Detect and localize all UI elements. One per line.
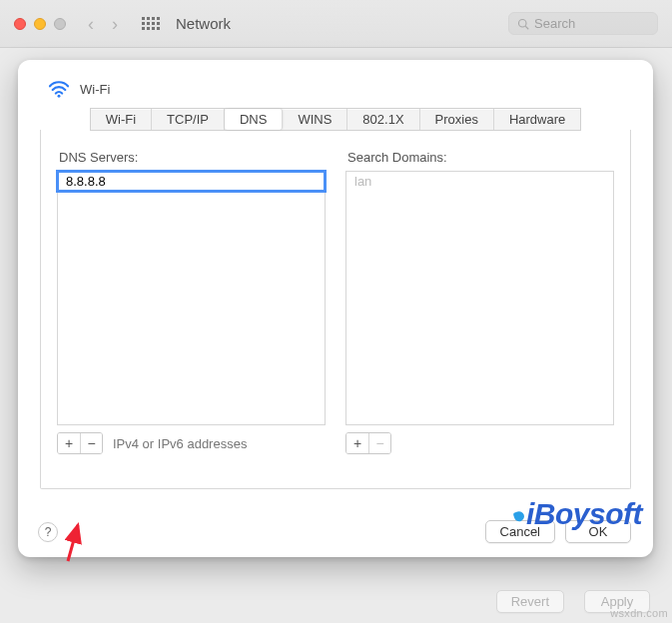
preferences-window: ‹ › Network Search [0,0,672,48]
ok-button[interactable]: OK [565,520,631,543]
tab-8021x[interactable]: 802.1X [347,109,419,130]
revert-button[interactable]: Revert [496,590,564,613]
tab-proxies[interactable]: Proxies [420,109,494,130]
search-placeholder: Search [534,16,649,31]
tab-hardware[interactable]: Hardware [494,109,580,130]
dns-hint: IPv4 or IPv6 addresses [113,436,247,451]
wifi-icon [48,80,70,98]
search-domains-label: Search Domains: [347,150,614,165]
svg-line-1 [525,26,528,29]
close-window-button[interactable] [14,18,26,30]
tab-bar: Wi-Fi TCP/IP DNS WINS 802.1X Proxies Har… [90,108,582,131]
tab-content: DNS Servers: 8.8.8.8 + − IPv4 or IPv6 ad… [40,130,631,489]
dns-add-button[interactable]: + [58,433,80,453]
dns-servers-column: DNS Servers: 8.8.8.8 + − IPv4 or IPv6 ad… [57,150,326,454]
search-domain-placeholder: lan [346,172,613,191]
search-domains-column: Search Domains: lan + − [345,150,614,454]
back-button[interactable]: ‹ [88,15,94,33]
network-advanced-sheet: Wi-Fi Wi-Fi TCP/IP DNS WINS 802.1X Proxi… [18,60,653,557]
window-title: Network [176,15,231,32]
titlebar: ‹ › Network Search [0,0,672,48]
domains-add-remove: + − [345,432,391,454]
dns-servers-list[interactable]: 8.8.8.8 [57,171,326,425]
connection-name: Wi-Fi [80,82,110,97]
dns-add-remove: + − [57,432,103,454]
dns-remove-button[interactable]: − [80,433,102,453]
help-button[interactable]: ? [38,522,58,542]
watermark-source: wsxdn.com [610,607,668,619]
dns-entry-editing[interactable]: 8.8.8.8 [58,172,325,191]
tab-wins[interactable]: WINS [283,109,347,130]
sheet-footer: ? Cancel OK [38,520,631,543]
show-all-icon[interactable] [142,17,160,30]
dns-servers-label: DNS Servers: [59,150,326,165]
tab-dns[interactable]: DNS [225,109,283,130]
domains-remove-button[interactable]: − [368,433,390,453]
search-domains-list[interactable]: lan [345,171,614,425]
forward-button[interactable]: › [112,15,118,33]
svg-point-0 [519,19,527,27]
cancel-button[interactable]: Cancel [485,520,555,543]
zoom-window-button[interactable] [54,18,66,30]
tab-wifi[interactable]: Wi-Fi [91,109,152,130]
connection-header: Wi-Fi [48,80,631,98]
minimize-window-button[interactable] [34,18,46,30]
domains-add-button[interactable]: + [346,433,368,453]
search-field[interactable]: Search [508,12,658,35]
svg-point-2 [58,95,61,98]
window-controls [14,18,66,30]
nav-buttons: ‹ › [88,15,118,33]
search-icon [517,18,529,30]
tab-tcpip[interactable]: TCP/IP [152,109,225,130]
